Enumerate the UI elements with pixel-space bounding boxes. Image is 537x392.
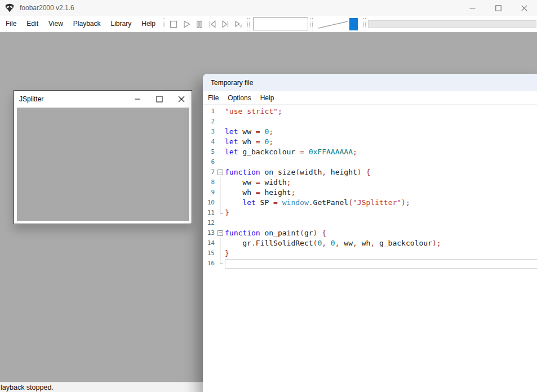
maximize-button[interactable]	[156, 96, 163, 103]
editor-menu-item-file[interactable]: File	[203, 94, 223, 102]
fold-toggle-icon[interactable]	[216, 228, 225, 238]
maximize-icon	[495, 5, 502, 11]
main-toolbar: FileEditViewPlaybackLibraryHelp ?	[0, 16, 537, 33]
code-line: 5let g_backcolour = 0xFFAAAAAA;	[203, 147, 537, 157]
jsplitter-panel[interactable]	[17, 108, 189, 221]
next-button[interactable]	[219, 17, 232, 31]
editor-menubar: FileOptionsHelp	[203, 91, 537, 105]
jsplitter-titlebar: JSplitter	[14, 91, 192, 108]
code-text: gr.FillSolidRect(0, 0, ww, wh, g_backcol…	[225, 238, 537, 248]
code-text	[225, 157, 537, 167]
menu-item-file[interactable]: File	[1, 16, 21, 32]
close-button[interactable]	[177, 96, 185, 103]
jsplitter-window: JSplitter	[14, 90, 192, 224]
previous-button[interactable]	[206, 17, 219, 31]
search-input[interactable]	[253, 17, 308, 30]
fold-margin	[216, 188, 225, 198]
window-title: foobar2000 v2.1.6	[20, 4, 74, 12]
stop-button[interactable]	[167, 17, 180, 31]
code-text: let g_backcolour = 0xFFAAAAAA;	[225, 147, 537, 157]
code-text: "use strict";	[225, 106, 537, 117]
menu-item-library[interactable]: Library	[106, 16, 137, 32]
toolbar-grip[interactable]	[163, 18, 165, 30]
svg-text:?: ?	[239, 23, 242, 29]
play-button[interactable]	[180, 17, 193, 31]
code-text: wh = height;	[225, 188, 537, 198]
random-icon: ?	[233, 19, 243, 29]
menu-item-edit[interactable]: Edit	[21, 16, 43, 32]
main-titlebar: foobar2000 v2.1.6	[0, 0, 537, 16]
code-line: 1"use strict";	[203, 106, 537, 117]
window-controls	[459, 0, 537, 16]
line-number: 13	[203, 228, 216, 238]
code-line: 3let ww = 0;	[203, 127, 537, 137]
fold-toggle-icon[interactable]	[216, 167, 225, 177]
line-number: 9	[203, 188, 216, 198]
close-button[interactable]	[511, 0, 537, 16]
code-line: 7function on_size(width, height) {	[203, 167, 537, 177]
minimize-icon	[469, 5, 476, 11]
maximize-icon	[156, 96, 163, 103]
fold-margin	[216, 106, 225, 117]
fold-margin	[216, 198, 225, 208]
minimize-button[interactable]	[134, 96, 141, 103]
toolbar-grip[interactable]	[363, 18, 366, 30]
fold-margin	[216, 218, 225, 228]
fold-margin	[216, 238, 225, 248]
toolbar-grip[interactable]	[247, 18, 250, 30]
code-line: 2	[203, 117, 537, 127]
code-line: 10 let SP = window.GetPanel("JSplitter")…	[203, 198, 537, 208]
random-button[interactable]: ?	[232, 17, 245, 31]
code-line: 16	[203, 259, 537, 269]
code-line: 4let wh = 0;	[203, 137, 537, 147]
code-text: let wh = 0;	[225, 137, 537, 147]
code-editor[interactable]: 1"use strict";23let ww = 0;4let wh = 0;5…	[203, 105, 537, 269]
menu-item-playback[interactable]: Playback	[68, 16, 106, 32]
fold-margin	[216, 208, 225, 218]
line-number: 3	[203, 127, 216, 137]
editor-menu-item-help[interactable]: Help	[256, 94, 279, 102]
code-text	[225, 218, 537, 228]
code-line: 12	[203, 218, 537, 228]
line-number: 14	[203, 238, 216, 248]
line-number: 2	[203, 117, 216, 127]
editor-menu-item-options[interactable]: Options	[223, 94, 255, 102]
code-text: function on_size(width, height) {	[225, 167, 537, 177]
fold-margin	[216, 147, 225, 157]
status-text: layback stopped.	[1, 384, 54, 391]
line-number: 16	[203, 259, 216, 269]
fold-margin	[216, 137, 225, 147]
fold-margin	[216, 259, 225, 269]
line-number: 10	[203, 198, 216, 208]
menu-item-help[interactable]: Help	[136, 16, 161, 32]
editor-window: Temporary file FileOptionsHelp 1"use str…	[203, 74, 537, 392]
code-text: ww = width;	[225, 177, 537, 188]
next-icon	[220, 19, 230, 29]
minimize-icon	[134, 96, 141, 103]
code-line: 11}	[203, 208, 537, 218]
code-line: 15}	[203, 248, 537, 259]
code-line: 14 gr.FillSolidRect(0, 0, ww, wh, g_back…	[203, 238, 537, 248]
fold-margin	[216, 117, 225, 127]
code-line: 9 wh = height;	[203, 188, 537, 198]
maximize-button[interactable]	[485, 0, 511, 16]
pause-button[interactable]	[193, 17, 206, 31]
fold-margin	[216, 127, 225, 137]
fold-margin	[216, 248, 225, 259]
fold-margin	[216, 157, 225, 167]
seekbar[interactable]	[368, 20, 536, 28]
stop-icon	[168, 19, 179, 29]
volume-thumb[interactable]	[349, 18, 358, 30]
line-number: 5	[203, 147, 216, 157]
minimize-button[interactable]	[459, 0, 485, 16]
close-icon	[521, 5, 527, 11]
desktop: foobar2000 v2.1.6 FileEditViewPlaybackLi…	[0, 0, 537, 392]
toolbar-grip[interactable]	[310, 18, 313, 30]
menu-item-view[interactable]: View	[43, 16, 68, 32]
code-line: 13function on_paint(gr) {	[203, 228, 537, 238]
code-text: }	[225, 208, 537, 218]
volume-slider[interactable]	[315, 17, 361, 32]
code-text: }	[225, 248, 537, 259]
line-number: 7	[203, 167, 216, 177]
caret-line	[225, 259, 537, 269]
